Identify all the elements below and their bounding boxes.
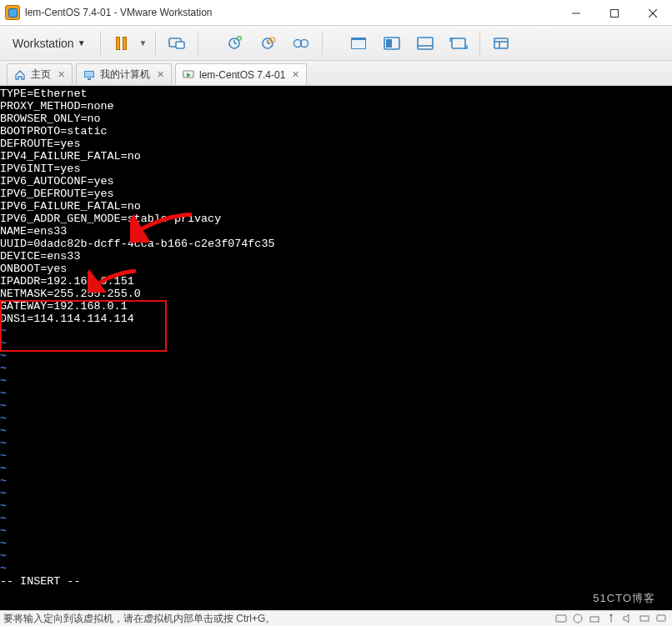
view-library-button[interactable] [489, 31, 514, 56]
toolbar-separator [322, 32, 323, 55]
toolbar-separator [198, 32, 198, 55]
device-printer-icon[interactable] [639, 613, 650, 624]
caret-down-icon: ▼ [78, 38, 86, 48]
tab-label: 我的计算机 [100, 68, 150, 82]
workstation-menu[interactable]: Workstation ▼ [7, 33, 92, 54]
svg-rect-30 [88, 78, 91, 80]
snapshot-revert-button[interactable] [255, 31, 280, 56]
svg-rect-19 [352, 40, 365, 48]
svg-rect-24 [452, 38, 465, 48]
snapshot-take-button[interactable] [222, 31, 247, 56]
tab-close-icon[interactable]: ✕ [157, 69, 164, 80]
send-ctrl-alt-del-button[interactable] [164, 31, 189, 56]
monitor-icon [83, 69, 95, 81]
svg-rect-41 [640, 616, 649, 621]
svg-point-36 [574, 614, 582, 623]
view-fullscreen-button[interactable] [346, 31, 371, 56]
svg-rect-21 [386, 39, 392, 48]
svg-rect-1 [611, 9, 619, 17]
device-disk-icon[interactable] [555, 613, 567, 624]
svg-rect-37 [590, 617, 599, 622]
main-toolbar: Workstation ▼ ▼ [0, 26, 672, 61]
window-title: lem-CentOS 7.4-01 - VMware Workstation [25, 7, 557, 18]
view-stretch-button[interactable] [446, 31, 471, 56]
tab-vm-active[interactable]: lem-CentOS 7.4-01 ✕ [175, 63, 307, 85]
svg-marker-40 [624, 614, 629, 623]
view-console-button[interactable] [413, 31, 438, 56]
svg-rect-5 [176, 42, 184, 48]
tab-my-computer[interactable]: 我的计算机 ✕ [76, 63, 172, 85]
toolbar-separator [479, 32, 480, 55]
svg-marker-32 [187, 73, 191, 78]
power-dropdown[interactable]: ▼ [139, 38, 148, 48]
device-net-icon[interactable] [589, 613, 600, 624]
svg-marker-15 [270, 37, 273, 39]
svg-rect-35 [556, 615, 566, 622]
status-bar: 要将输入定向到该虚拟机，请在虚拟机内部单击或按 Ctrl+G。 [0, 610, 672, 626]
vm-running-icon [183, 69, 194, 81]
device-sound-icon[interactable] [622, 613, 634, 624]
maximize-button[interactable] [595, 0, 634, 26]
terminal-text: TYPE=Ethernet PROXY_METHOD=none BROWSER_… [0, 86, 672, 588]
window-title-bar: lem-CentOS 7.4-01 - VMware Workstation [0, 0, 672, 26]
tab-close-icon[interactable]: ✕ [292, 69, 299, 80]
status-text: 要将输入定向到该虚拟机，请在虚拟机内部单击或按 Ctrl+G。 [3, 612, 275, 626]
svg-rect-22 [418, 38, 433, 49]
workstation-menu-label: Workstation [13, 37, 74, 50]
status-tray [555, 613, 667, 624]
pause-vm-button[interactable] [109, 31, 134, 56]
svg-rect-29 [85, 72, 93, 77]
terminal-viewport[interactable]: TYPE=Ethernet PROXY_METHOD=none BROWSER_… [0, 86, 672, 610]
home-icon [14, 69, 26, 81]
minimize-button[interactable] [557, 0, 595, 26]
message-log-icon[interactable] [655, 613, 667, 624]
svg-rect-25 [494, 38, 508, 48]
svg-rect-42 [657, 615, 665, 621]
tab-label: 主页 [31, 68, 51, 82]
tab-label: lem-CentOS 7.4-01 [199, 69, 285, 81]
app-icon [5, 5, 20, 20]
device-usb-icon[interactable] [605, 613, 617, 624]
toolbar-separator [155, 32, 156, 55]
svg-line-2 [649, 9, 657, 18]
device-cd-icon[interactable] [572, 613, 584, 624]
tab-home[interactable]: 主页 ✕ [7, 63, 73, 85]
tabs-row: 主页 ✕ 我的计算机 ✕ lem-CentOS 7.4-01 ✕ [0, 61, 672, 86]
pause-icon [116, 37, 127, 50]
view-unity-button[interactable] [379, 31, 404, 56]
svg-point-39 [610, 614, 613, 617]
snapshot-manager-button[interactable] [288, 31, 313, 56]
tab-close-icon[interactable]: ✕ [58, 69, 65, 80]
svg-line-3 [649, 9, 657, 18]
toolbar-separator [100, 32, 101, 55]
window-controls [557, 0, 672, 25]
close-button[interactable] [634, 0, 672, 26]
